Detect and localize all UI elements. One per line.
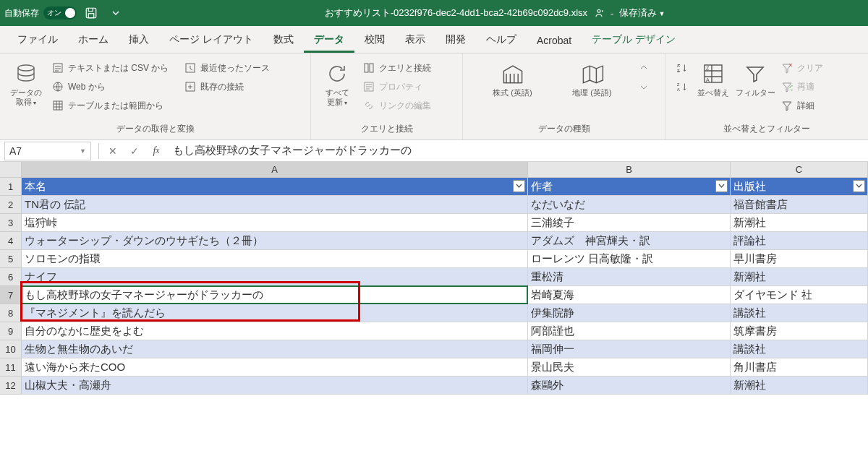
row-header-10[interactable]: 10 xyxy=(0,340,22,358)
tab-home[interactable]: ホーム xyxy=(68,27,119,53)
cell-A9[interactable]: 自分のなかに歴史をよむ xyxy=(22,322,528,340)
cell-B11[interactable]: 景山民夫 xyxy=(528,358,731,377)
tab-insert[interactable]: 挿入 xyxy=(119,27,159,53)
tab-page-layout[interactable]: ページ レイアウト xyxy=(159,27,263,53)
cell-B4[interactable]: アダムズ 神宮輝夫・訳 xyxy=(528,232,731,250)
cell-A11[interactable]: 遠い海から来たCOO xyxy=(22,358,528,377)
cell-B5[interactable]: ローレンツ 日高敏隆・訳 xyxy=(528,250,731,268)
from-web-button[interactable]: Web から xyxy=(48,78,173,95)
cell-C4[interactable]: 評論社 xyxy=(731,232,868,250)
autosave-toggle[interactable]: オン xyxy=(43,7,77,20)
cell-B8[interactable]: 伊集院静 xyxy=(528,304,731,322)
row-header-1[interactable]: 1 xyxy=(0,178,22,196)
cell-A8[interactable]: 『マネジメント』を読んだら xyxy=(22,304,528,322)
tab-view[interactable]: 表示 xyxy=(395,27,435,53)
tab-acrobat[interactable]: Acrobat xyxy=(527,29,582,53)
cell-A2[interactable]: TN君の 伝記 xyxy=(22,196,528,214)
cell-A10[interactable]: 生物と無生物のあいだ xyxy=(22,340,528,358)
cell-A7[interactable]: もし高校野球の女子マネージャーがドラッカーの xyxy=(22,286,528,304)
row-header-6[interactable]: 6 xyxy=(0,268,22,286)
cancel-formula-button[interactable]: ✕ xyxy=(102,141,124,161)
cell-B10[interactable]: 福岡伸一 xyxy=(528,340,731,358)
enter-formula-button[interactable]: ✓ xyxy=(124,141,145,161)
row-header-7[interactable]: 7 xyxy=(0,286,22,304)
row-header-9[interactable]: 9 xyxy=(0,322,22,340)
tab-review[interactable]: 校閲 xyxy=(354,27,395,53)
reapply-button[interactable]: 再適 xyxy=(777,78,827,95)
autosave-toggle-wrap[interactable]: 自動保存 オン xyxy=(4,7,77,20)
stocks-button[interactable]: 株式 (英語) xyxy=(480,56,545,98)
cell-A6[interactable]: ナイフ xyxy=(22,268,528,286)
cell-B12[interactable]: 森鷗外 xyxy=(528,377,731,395)
sort-desc-button[interactable]: ZA xyxy=(671,78,692,95)
cell-B3[interactable]: 三浦綾子 xyxy=(528,214,731,232)
row-header-2[interactable]: 2 xyxy=(0,196,22,214)
filter-dropdown-B[interactable] xyxy=(715,180,728,192)
clear-filter-button[interactable]: クリア xyxy=(777,59,827,77)
cell-C12[interactable]: 新潮社 xyxy=(731,377,868,395)
qat-dropdown[interactable] xyxy=(106,3,126,23)
recent-sources-button[interactable]: 最近使ったソース xyxy=(180,59,274,77)
share-icon[interactable] xyxy=(593,7,605,19)
edit-links-button[interactable]: リンクの編集 xyxy=(359,97,435,114)
header-cell-book-name[interactable]: 本名 xyxy=(22,178,528,196)
col-header-C[interactable]: C xyxy=(731,162,868,178)
properties-button[interactable]: プロパティ xyxy=(359,78,435,95)
header-cell-author[interactable]: 作者 xyxy=(528,178,731,196)
sort-asc-button[interactable]: AZ xyxy=(671,59,692,77)
title-bar: 自動保存 オン おすすめリスト-0232f976-dec2-4dd1-bca2-… xyxy=(0,0,868,26)
existing-connections-button[interactable]: 既存の接続 xyxy=(180,78,274,95)
row-header-8[interactable]: 8 xyxy=(0,304,22,322)
select-all-corner[interactable] xyxy=(0,162,22,178)
tab-developer[interactable]: 開発 xyxy=(435,27,476,53)
save-status[interactable]: 保存済み▼ xyxy=(619,7,665,20)
advanced-filter-button[interactable]: 詳細 xyxy=(777,97,827,114)
insert-function-button[interactable]: fx xyxy=(145,141,167,161)
data-type-prev[interactable] xyxy=(639,64,648,71)
tab-formulas[interactable]: 数式 xyxy=(263,27,304,53)
cell-C10[interactable]: 講談社 xyxy=(731,340,868,358)
filter-button[interactable]: フィルター xyxy=(735,56,775,98)
name-box[interactable]: A7▼ xyxy=(4,142,91,160)
save-button[interactable] xyxy=(81,3,101,23)
sort-button[interactable]: ZA 並べ替え xyxy=(693,56,733,98)
tab-table-design[interactable]: テーブル デザイン xyxy=(582,27,686,53)
tab-file[interactable]: ファイル xyxy=(7,27,68,53)
cell-A12[interactable]: 山椒大夫・高瀬舟 xyxy=(22,377,528,395)
cell-C11[interactable]: 角川書店 xyxy=(731,358,868,377)
cell-A3[interactable]: 塩狩峠 xyxy=(22,214,528,232)
col-header-B[interactable]: B xyxy=(528,162,731,178)
cell-C6[interactable]: 新潮社 xyxy=(731,268,868,286)
formula-input[interactable]: もし高校野球の女子マネージャーがドラッカーの xyxy=(167,141,868,161)
cell-C3[interactable]: 新潮社 xyxy=(731,214,868,232)
geography-button[interactable]: 地理 (英語) xyxy=(560,56,625,98)
cell-B2[interactable]: なだいなだ xyxy=(528,196,731,214)
tab-data[interactable]: データ xyxy=(304,27,354,53)
cell-C9[interactable]: 筑摩書房 xyxy=(731,322,868,340)
cell-A4[interactable]: ウォーターシップ・ダウンのウサギたち（２冊） xyxy=(22,232,528,250)
cell-C8[interactable]: 講談社 xyxy=(731,304,868,322)
tab-help[interactable]: ヘルプ xyxy=(476,27,527,53)
col-header-A[interactable]: A xyxy=(22,162,528,178)
cell-B7[interactable]: 岩崎夏海 xyxy=(528,286,731,304)
cell-B6[interactable]: 重松清 xyxy=(528,268,731,286)
cell-B9[interactable]: 阿部謹也 xyxy=(528,322,731,340)
row-header-5[interactable]: 5 xyxy=(0,250,22,268)
queries-connections-button[interactable]: クエリと接続 xyxy=(359,59,435,77)
cell-A5[interactable]: ソロモンの指環 xyxy=(22,250,528,268)
row-header-11[interactable]: 11 xyxy=(0,358,22,377)
row-header-3[interactable]: 3 xyxy=(0,214,22,232)
from-text-csv-button[interactable]: テキストまたは CSV から xyxy=(48,59,173,77)
header-cell-publisher[interactable]: 出版社 xyxy=(731,178,868,196)
row-header-12[interactable]: 12 xyxy=(0,377,22,395)
data-type-next[interactable] xyxy=(639,84,648,91)
cell-C5[interactable]: 早川書房 xyxy=(731,250,868,268)
cell-C2[interactable]: 福音館書店 xyxy=(731,196,868,214)
from-table-range-button[interactable]: テーブルまたは範囲から xyxy=(48,97,173,114)
filter-dropdown-A[interactable] xyxy=(513,180,525,192)
get-data-button[interactable]: データの取得▾ xyxy=(6,56,46,107)
filter-dropdown-C[interactable] xyxy=(853,180,865,192)
row-header-4[interactable]: 4 xyxy=(0,232,22,250)
refresh-all-button[interactable]: すべて更新▾ xyxy=(317,56,357,107)
cell-C7[interactable]: ダイヤモンド 社 xyxy=(731,286,868,304)
